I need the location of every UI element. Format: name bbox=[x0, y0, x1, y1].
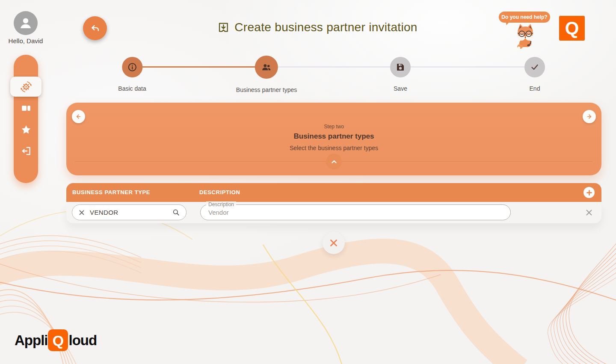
search-icon[interactable] bbox=[172, 208, 180, 216]
cancel-wizard-button[interactable] bbox=[323, 232, 345, 254]
step-basic-data[interactable]: Basic data bbox=[118, 56, 146, 92]
panel-subtitle: Select the business partner types bbox=[66, 145, 601, 151]
column-header-partner-type: BUSINESS PARTNER TYPE bbox=[72, 183, 150, 202]
brand-suffix: loud bbox=[68, 332, 97, 349]
star-icon bbox=[21, 124, 32, 135]
ticket-icon bbox=[21, 103, 32, 114]
step-business-partner-types[interactable]: Business partner types bbox=[236, 56, 297, 93]
next-step-button[interactable] bbox=[583, 110, 596, 123]
arrow-left-icon bbox=[75, 113, 82, 120]
sidebar bbox=[14, 55, 38, 183]
logout-icon bbox=[21, 145, 32, 157]
sidebar-item-favorites[interactable] bbox=[14, 123, 38, 136]
undo-arrow-icon bbox=[89, 23, 101, 34]
invitation-icon bbox=[217, 21, 229, 33]
add-row-button[interactable] bbox=[583, 187, 595, 198]
description-field: Description bbox=[200, 204, 511, 220]
background-waves bbox=[0, 0, 616, 364]
app-logo-badge: Q bbox=[559, 16, 585, 41]
page-title-text: Create business partner invitation bbox=[234, 21, 417, 34]
column-header-description: DESCRIPTION bbox=[199, 183, 240, 202]
table-row: VENDOR Description bbox=[66, 202, 601, 223]
back-button[interactable] bbox=[83, 16, 107, 40]
people-icon bbox=[261, 62, 272, 72]
brand-q-badge: Q bbox=[48, 329, 68, 351]
check-icon bbox=[530, 62, 540, 72]
step-label: Basic data bbox=[118, 85, 146, 92]
plus-icon bbox=[586, 189, 592, 196]
app-logo-letter: Q bbox=[565, 19, 579, 37]
fox-mascot-icon[interactable] bbox=[508, 22, 542, 50]
stepper-connector-pending bbox=[411, 66, 524, 68]
step-end[interactable]: End bbox=[524, 56, 545, 92]
info-icon bbox=[127, 62, 137, 72]
partner-type-select[interactable]: VENDOR bbox=[72, 204, 187, 220]
user-greeting: Hello, David bbox=[9, 37, 43, 44]
save-icon bbox=[395, 62, 406, 72]
description-input[interactable] bbox=[201, 205, 510, 220]
chevron-up-icon bbox=[331, 158, 338, 165]
sidebar-item-tickets[interactable] bbox=[14, 102, 38, 115]
description-field-label: Description bbox=[206, 201, 236, 207]
previous-step-button[interactable] bbox=[72, 110, 85, 123]
help-bubble[interactable]: Do you need help? bbox=[499, 12, 550, 23]
delete-row-button[interactable] bbox=[584, 207, 594, 218]
user-avatar[interactable] bbox=[14, 11, 38, 35]
step-label: End bbox=[524, 85, 545, 92]
person-icon bbox=[17, 15, 34, 32]
panel-step-label: Step two bbox=[66, 124, 601, 130]
panel-title: Business partner types bbox=[66, 132, 601, 141]
x-icon bbox=[585, 208, 593, 217]
gear-sync-icon bbox=[19, 80, 33, 94]
sidebar-item-settings[interactable] bbox=[10, 77, 41, 97]
clear-selection-icon[interactable] bbox=[78, 209, 85, 216]
arrow-right-icon bbox=[586, 113, 593, 120]
footer-brand-logo: Appli Q loud bbox=[15, 329, 97, 351]
page-title: Create business partner invitation bbox=[217, 21, 417, 34]
table-header: BUSINESS PARTNER TYPE DESCRIPTION bbox=[66, 183, 601, 202]
sidebar-item-logout[interactable] bbox=[14, 145, 38, 157]
help-bubble-text: Do you need help? bbox=[501, 14, 547, 20]
step-label: Save bbox=[390, 85, 411, 92]
partner-type-value: VENDOR bbox=[90, 209, 172, 216]
step-save[interactable]: Save bbox=[390, 56, 411, 92]
close-x-icon bbox=[329, 238, 339, 248]
brand-prefix: Appli bbox=[15, 332, 47, 349]
step-label: Business partner types bbox=[236, 86, 297, 93]
collapse-panel-button[interactable] bbox=[326, 154, 342, 169]
